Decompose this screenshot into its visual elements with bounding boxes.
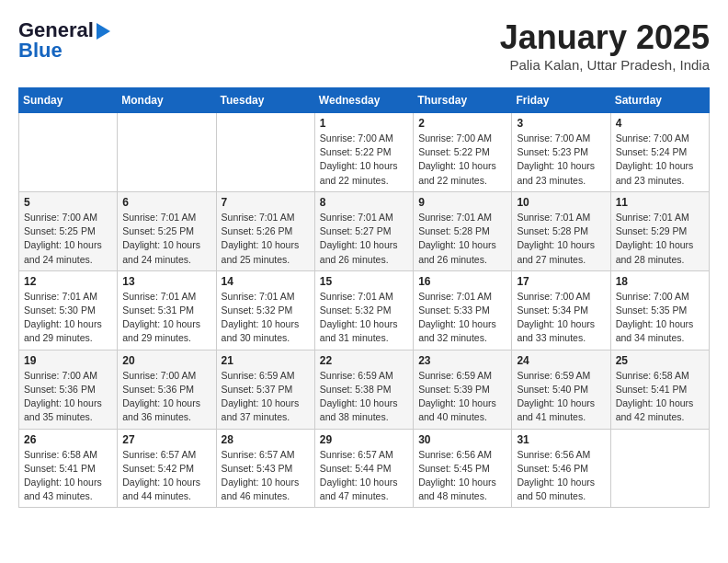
day-number: 19	[24, 354, 112, 367]
day-info: Sunrise: 7:00 AM Sunset: 5:36 PM Dayligh…	[122, 369, 210, 425]
day-info: Sunrise: 7:01 AM Sunset: 5:32 PM Dayligh…	[320, 290, 408, 346]
calendar-cell: 6Sunrise: 7:01 AM Sunset: 5:25 PM Daylig…	[118, 191, 216, 270]
logo-blue: Blue	[18, 39, 63, 63]
calendar-cell: 22Sunrise: 6:59 AM Sunset: 5:38 PM Dayli…	[314, 350, 413, 429]
calendar-cell: 17Sunrise: 7:00 AM Sunset: 5:34 PM Dayli…	[512, 270, 610, 350]
logo-arrow-icon	[97, 23, 110, 40]
day-info: Sunrise: 7:01 AM Sunset: 5:25 PM Dayligh…	[122, 211, 210, 267]
day-info: Sunrise: 6:59 AM Sunset: 5:40 PM Dayligh…	[517, 369, 605, 425]
day-info: Sunrise: 7:01 AM Sunset: 5:33 PM Dayligh…	[418, 290, 506, 346]
day-number: 14	[222, 275, 310, 288]
day-info: Sunrise: 7:00 AM Sunset: 5:22 PM Dayligh…	[320, 132, 408, 188]
weekday-header-tuesday: Tuesday	[216, 88, 314, 113]
calendar-cell: 20Sunrise: 7:00 AM Sunset: 5:36 PM Dayli…	[118, 350, 216, 429]
day-info: Sunrise: 7:00 AM Sunset: 5:34 PM Dayligh…	[517, 290, 605, 346]
day-info: Sunrise: 7:01 AM Sunset: 5:26 PM Dayligh…	[222, 211, 310, 267]
day-number: 16	[418, 275, 506, 288]
day-info: Sunrise: 6:57 AM Sunset: 5:43 PM Dayligh…	[222, 448, 310, 504]
day-number: 4	[616, 117, 704, 130]
day-number: 21	[222, 354, 310, 367]
day-number: 23	[418, 354, 506, 367]
calendar-cell: 13Sunrise: 7:01 AM Sunset: 5:31 PM Dayli…	[118, 270, 216, 350]
day-number: 22	[320, 354, 408, 367]
calendar-cell: 21Sunrise: 6:59 AM Sunset: 5:37 PM Dayli…	[216, 350, 314, 429]
day-number: 31	[517, 433, 605, 446]
calendar-cell: 28Sunrise: 6:57 AM Sunset: 5:43 PM Dayli…	[216, 429, 314, 508]
day-number: 2	[418, 117, 506, 130]
calendar-table: SundayMondayTuesdayWednesdayThursdayFrid…	[18, 87, 710, 508]
calendar-cell: 2Sunrise: 7:00 AM Sunset: 5:22 PM Daylig…	[414, 113, 512, 192]
day-number: 5	[24, 196, 112, 209]
calendar-cell: 24Sunrise: 6:59 AM Sunset: 5:40 PM Dayli…	[512, 350, 610, 429]
day-number: 28	[222, 433, 310, 446]
day-number: 7	[222, 196, 310, 209]
day-info: Sunrise: 6:56 AM Sunset: 5:46 PM Dayligh…	[517, 448, 605, 504]
weekday-header-sunday: Sunday	[19, 88, 118, 113]
weekday-header-friday: Friday	[512, 88, 610, 113]
calendar-cell: 15Sunrise: 7:01 AM Sunset: 5:32 PM Dayli…	[314, 270, 413, 350]
day-info: Sunrise: 7:00 AM Sunset: 5:22 PM Dayligh…	[418, 132, 506, 188]
calendar-cell	[610, 429, 709, 508]
calendar-cell: 9Sunrise: 7:01 AM Sunset: 5:28 PM Daylig…	[414, 191, 512, 270]
calendar-cell: 12Sunrise: 7:01 AM Sunset: 5:30 PM Dayli…	[19, 270, 118, 350]
day-info: Sunrise: 7:01 AM Sunset: 5:30 PM Dayligh…	[24, 290, 112, 346]
calendar-cell: 3Sunrise: 7:00 AM Sunset: 5:23 PM Daylig…	[512, 113, 610, 192]
day-number: 12	[24, 275, 112, 288]
day-number: 8	[320, 196, 408, 209]
calendar-cell: 31Sunrise: 6:56 AM Sunset: 5:46 PM Dayli…	[512, 429, 610, 508]
calendar-cell: 8Sunrise: 7:01 AM Sunset: 5:27 PM Daylig…	[314, 191, 413, 270]
calendar-cell: 30Sunrise: 6:56 AM Sunset: 5:45 PM Dayli…	[414, 429, 512, 508]
calendar-cell: 16Sunrise: 7:01 AM Sunset: 5:33 PM Dayli…	[414, 270, 512, 350]
calendar-cell: 10Sunrise: 7:01 AM Sunset: 5:28 PM Dayli…	[512, 191, 610, 270]
calendar-subtitle: Palia Kalan, Uttar Pradesh, India	[500, 57, 710, 73]
day-info: Sunrise: 7:01 AM Sunset: 5:32 PM Dayligh…	[222, 290, 310, 346]
day-info: Sunrise: 7:00 AM Sunset: 5:36 PM Dayligh…	[24, 369, 112, 425]
calendar-week-1: 1Sunrise: 7:00 AM Sunset: 5:22 PM Daylig…	[19, 113, 710, 192]
day-number: 3	[517, 117, 605, 130]
calendar-cell	[19, 113, 118, 192]
day-info: Sunrise: 6:56 AM Sunset: 5:45 PM Dayligh…	[418, 448, 506, 504]
calendar-cell	[216, 113, 314, 192]
day-info: Sunrise: 6:57 AM Sunset: 5:44 PM Dayligh…	[320, 448, 408, 504]
calendar-cell: 4Sunrise: 7:00 AM Sunset: 5:24 PM Daylig…	[610, 113, 709, 192]
calendar-cell: 1Sunrise: 7:00 AM Sunset: 5:22 PM Daylig…	[314, 113, 413, 192]
day-number: 13	[122, 275, 210, 288]
day-number: 24	[517, 354, 605, 367]
calendar-cell: 5Sunrise: 7:00 AM Sunset: 5:25 PM Daylig…	[19, 191, 118, 270]
calendar-week-5: 26Sunrise: 6:58 AM Sunset: 5:41 PM Dayli…	[19, 429, 710, 508]
page-header: General Blue January 2025 Palia Kalan, U…	[18, 18, 710, 73]
day-number: 15	[320, 275, 408, 288]
day-number: 11	[616, 196, 704, 209]
calendar-week-4: 19Sunrise: 7:00 AM Sunset: 5:36 PM Dayli…	[19, 350, 710, 429]
calendar-cell: 7Sunrise: 7:01 AM Sunset: 5:26 PM Daylig…	[216, 191, 314, 270]
calendar-week-2: 5Sunrise: 7:00 AM Sunset: 5:25 PM Daylig…	[19, 191, 710, 270]
day-number: 1	[320, 117, 408, 130]
calendar-cell: 25Sunrise: 6:58 AM Sunset: 5:41 PM Dayli…	[610, 350, 709, 429]
day-number: 18	[616, 275, 704, 288]
day-info: Sunrise: 7:01 AM Sunset: 5:28 PM Dayligh…	[418, 211, 506, 267]
day-info: Sunrise: 6:59 AM Sunset: 5:38 PM Dayligh…	[320, 369, 408, 425]
day-number: 26	[24, 433, 112, 446]
day-info: Sunrise: 7:01 AM Sunset: 5:28 PM Dayligh…	[517, 211, 605, 267]
day-info: Sunrise: 7:01 AM Sunset: 5:27 PM Dayligh…	[320, 211, 408, 267]
title-block: January 2025 Palia Kalan, Uttar Pradesh,…	[500, 18, 710, 73]
day-info: Sunrise: 7:00 AM Sunset: 5:35 PM Dayligh…	[616, 290, 704, 346]
day-info: Sunrise: 7:00 AM Sunset: 5:24 PM Dayligh…	[616, 132, 704, 188]
calendar-cell: 14Sunrise: 7:01 AM Sunset: 5:32 PM Dayli…	[216, 270, 314, 350]
day-info: Sunrise: 7:00 AM Sunset: 5:23 PM Dayligh…	[517, 132, 605, 188]
calendar-cell: 26Sunrise: 6:58 AM Sunset: 5:41 PM Dayli…	[19, 429, 118, 508]
weekday-header-wednesday: Wednesday	[314, 88, 413, 113]
day-number: 17	[517, 275, 605, 288]
day-number: 27	[122, 433, 210, 446]
day-info: Sunrise: 7:00 AM Sunset: 5:25 PM Dayligh…	[24, 211, 112, 267]
day-number: 25	[616, 354, 704, 367]
calendar-cell	[118, 113, 216, 192]
day-number: 9	[418, 196, 506, 209]
day-info: Sunrise: 6:59 AM Sunset: 5:39 PM Dayligh…	[418, 369, 506, 425]
calendar-cell: 19Sunrise: 7:00 AM Sunset: 5:36 PM Dayli…	[19, 350, 118, 429]
calendar-cell: 18Sunrise: 7:00 AM Sunset: 5:35 PM Dayli…	[610, 270, 709, 350]
day-info: Sunrise: 6:58 AM Sunset: 5:41 PM Dayligh…	[616, 369, 704, 425]
day-number: 6	[122, 196, 210, 209]
calendar-cell: 23Sunrise: 6:59 AM Sunset: 5:39 PM Dayli…	[414, 350, 512, 429]
day-info: Sunrise: 6:59 AM Sunset: 5:37 PM Dayligh…	[222, 369, 310, 425]
